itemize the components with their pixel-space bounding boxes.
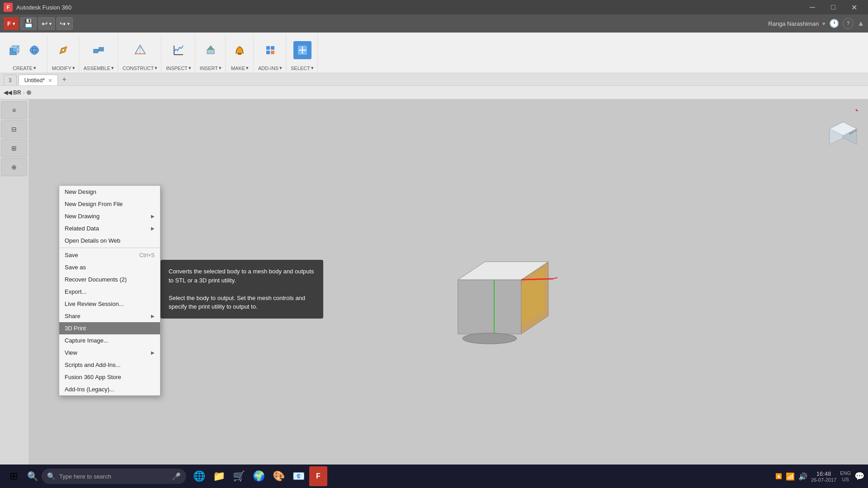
svg-rect-10 xyxy=(99,47,104,51)
insert-label[interactable]: INSERT▾ xyxy=(200,65,222,71)
taskbar-app-ie[interactable]: 🌐 xyxy=(190,466,208,486)
menu-item-capture-image[interactable]: Capture Image... xyxy=(59,334,160,347)
document-tab[interactable]: Untitled* × xyxy=(19,75,58,85)
maximize-button[interactable]: □ xyxy=(823,0,844,14)
menu-item-add-ins-legacy[interactable]: Add-Ins (Legacy)... xyxy=(59,383,160,395)
menu-item-export[interactable]: Export... xyxy=(59,286,160,298)
taskbar-locale: ENG US xyxy=(840,470,851,483)
menu-item-new-design-from-file[interactable]: New Design From File xyxy=(59,198,160,210)
svg-rect-22 xyxy=(271,51,274,54)
redo-button[interactable]: ↪▾ xyxy=(57,17,73,30)
file-menu-button[interactable]: F ▾ xyxy=(4,17,19,30)
taskbar-notification-icon[interactable]: 💬 xyxy=(854,471,864,481)
construct-label[interactable]: CONSTRUCT▾ xyxy=(123,65,157,71)
history-icon[interactable]: 🕐 xyxy=(829,19,839,28)
ribbon: CREATE ▾ MODIFY▾ ASSEMBLE▾ xyxy=(0,33,868,73)
assemble-label[interactable]: ASSEMBLE▾ xyxy=(84,65,114,71)
ribbon-group-modify: MODIFY▾ xyxy=(48,34,79,73)
tooltip-line2: Select the body to output. Set the mesh … xyxy=(169,294,315,311)
taskbar-network-icon[interactable]: 📶 xyxy=(786,472,795,481)
select-label[interactable]: SELECT▾ xyxy=(291,65,314,71)
breadcrumb-bar: ◀◀ BR › xyxy=(0,86,868,99)
collapse-button[interactable]: ▲ xyxy=(857,19,864,28)
menu-item-new-design[interactable]: New Design xyxy=(59,186,160,198)
addins-icon[interactable] xyxy=(261,41,279,59)
ribbon-group-construct: CONSTRUCT▾ xyxy=(119,34,161,73)
taskbar-app-blender[interactable]: 🎨 xyxy=(269,466,288,486)
taskbar-volume-icon[interactable]: 🔊 xyxy=(798,472,807,481)
left-panel: ≡ ⊟ ⊞ ⊕ xyxy=(0,99,29,474)
viewport[interactable]: BACK New Design New Design From File New… xyxy=(29,99,868,474)
separator-1 xyxy=(59,248,160,248)
menu-item-scripts[interactable]: Scripts and Add-Ins... xyxy=(59,359,160,371)
undo-button[interactable]: ↩▾ xyxy=(38,17,55,30)
ribbon-group-inspect: INSPECT▾ xyxy=(162,34,195,73)
taskbar-clock: 16:48 26-07-2017 xyxy=(811,470,836,483)
inspect-icon[interactable] xyxy=(170,41,188,59)
ribbon-group-assemble: ASSEMBLE▾ xyxy=(80,34,118,73)
svg-rect-16 xyxy=(207,49,214,54)
menu-item-live-review[interactable]: Live Review Session... xyxy=(59,298,160,310)
taskbar-app-chrome[interactable]: 🌍 xyxy=(250,466,268,486)
left-panel-btn-4[interactable]: ⊕ xyxy=(1,158,27,176)
inspect-label[interactable]: INSPECT▾ xyxy=(166,65,191,71)
user-chevron[interactable]: ▾ xyxy=(822,20,826,27)
tooltip-popup: Converts the selected body to a mesh bod… xyxy=(160,260,323,319)
menu-item-save-as[interactable]: Save as xyxy=(59,261,160,273)
toolbar: F ▾ 💾 ↩▾ ↪▾ Ranga Narashiman ▾ 🕐 ? ▲ xyxy=(0,14,868,33)
cortana-search[interactable]: 🔍 xyxy=(24,467,42,485)
view-cube[interactable]: BACK xyxy=(823,108,859,145)
left-panel-btn-1[interactable]: ≡ xyxy=(1,101,27,119)
ribbon-group-addins: ADD-INS▾ xyxy=(255,34,286,73)
menu-item-related-data[interactable]: Related Data ▶ xyxy=(59,222,160,235)
taskbar-app-explorer[interactable]: 📁 xyxy=(210,466,228,486)
start-button[interactable]: ⊞ xyxy=(4,466,24,486)
menu-item-fusion-store[interactable]: Fusion 360 App Store xyxy=(59,371,160,383)
create-label[interactable]: CREATE ▾ xyxy=(13,65,36,71)
menu-item-recover[interactable]: Recover Documents (2) xyxy=(59,273,160,286)
construct-icon[interactable] xyxy=(131,41,149,59)
addins-label[interactable]: ADD-INS▾ xyxy=(258,65,282,71)
breadcrumb-back[interactable]: ◀◀ BR xyxy=(4,89,21,96)
make-icon[interactable] xyxy=(231,41,249,59)
modify-icon[interactable] xyxy=(54,41,72,59)
tooltip-line1: Converts the selected body to a mesh bod… xyxy=(169,267,315,285)
menu-item-new-drawing[interactable]: New Drawing ▶ xyxy=(59,210,160,222)
taskbar-expand-icon[interactable]: 🔼 xyxy=(775,473,782,479)
make-label[interactable]: MAKE▾ xyxy=(231,65,249,71)
menu-item-view[interactable]: View ▶ xyxy=(59,347,160,359)
taskbar-time: 16:48 xyxy=(811,470,836,477)
new-tab-button[interactable]: + xyxy=(60,75,69,84)
close-button[interactable]: ✕ xyxy=(844,0,864,14)
insert-icon[interactable] xyxy=(202,41,220,59)
model-number-tab[interactable]: 3 xyxy=(4,75,17,85)
menu-item-3d-print[interactable]: 3D Print xyxy=(59,322,160,334)
app-icon: F xyxy=(4,3,13,12)
create-box-icon[interactable] xyxy=(5,41,24,59)
menu-item-open-details[interactable]: Open Details on Web xyxy=(59,235,160,247)
help-button[interactable]: ? xyxy=(843,18,854,29)
menu-item-share[interactable]: Share ▶ xyxy=(59,310,160,322)
app-title: Autodesk Fusion 360 xyxy=(16,4,71,11)
taskbar-app-fusion[interactable]: F xyxy=(309,466,327,486)
svg-line-31 xyxy=(521,279,553,280)
modify-label[interactable]: MODIFY▾ xyxy=(52,65,75,71)
svg-point-5 xyxy=(30,46,39,55)
svg-rect-21 xyxy=(266,51,270,54)
assemble-icon[interactable] xyxy=(90,41,108,59)
left-panel-btn-2[interactable]: ⊟ xyxy=(1,120,27,138)
tab-label: Untitled* xyxy=(24,77,45,84)
select-icon[interactable] xyxy=(293,41,311,59)
taskbar-app-mail[interactable]: 📧 xyxy=(289,466,307,486)
left-panel-btn-3[interactable]: ⊞ xyxy=(1,139,27,157)
minimize-button[interactable]: ─ xyxy=(802,0,823,14)
search-bar[interactable]: 🔍 Type here to search 🎤 xyxy=(42,469,186,484)
save-button[interactable]: 💾 xyxy=(20,17,37,30)
tab-close-button[interactable]: × xyxy=(48,77,52,84)
create-sphere-icon[interactable] xyxy=(25,41,43,59)
user-label: Ranga Narashiman xyxy=(768,20,819,27)
taskbar-right: 🔼 📶 🔊 16:48 26-07-2017 ENG US 💬 xyxy=(775,470,864,483)
menu-item-save[interactable]: Save Ctrl+S xyxy=(59,249,160,261)
svg-rect-19 xyxy=(266,46,270,50)
taskbar-app-store[interactable]: 🛒 xyxy=(230,466,248,486)
